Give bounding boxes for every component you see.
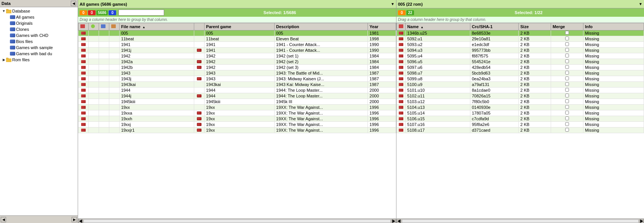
- right-table-row[interactable]: 5093.u2 e1edc3df 2 KB Missing: [397, 42, 644, 48]
- middle-table-row[interactable]: 19xxjr1 19xx 19XX: The War Against... 19…: [78, 127, 396, 133]
- middle-table-row[interactable]: 11beat 11beat Eleven Beat 1998: [78, 36, 396, 42]
- middle-table-row[interactable]: 19xx 19xx 19XX: The War Against... 1996: [78, 105, 396, 110]
- right-scroll-area[interactable]: ◀ ▶: [396, 218, 644, 223]
- hscrollbar-right[interactable]: [402, 219, 639, 223]
- hscrollbar-middle[interactable]: [83, 219, 391, 223]
- merge-checkbox[interactable]: [565, 76, 569, 80]
- middle-table-row[interactable]: 19xxj 19xx 19XX: The War Against... 1996: [78, 122, 396, 127]
- middle-table-row[interactable]: 1942a 1942 1942 (set 2) 1984: [78, 59, 396, 65]
- right-table-row[interactable]: 5094.u3 995773bb 2 KB Missing: [397, 48, 644, 53]
- badge-green-right: 22: [406, 10, 414, 15]
- merge-checkbox[interactable]: [565, 71, 569, 75]
- merge-checkbox[interactable]: [565, 48, 569, 52]
- right-table-row[interactable]: 5106.u15 c7cdfa9d 2 KB Missing: [397, 116, 644, 122]
- right-table-row[interactable]: 5096.u5 5545241e 2 KB Missing: [397, 59, 644, 65]
- middle-table-row[interactable]: 1942b 1942 1942 (set 3) 1984: [78, 65, 396, 70]
- scroll-right-right[interactable]: ▶: [639, 219, 644, 223]
- col-header-icon2-middle[interactable]: [88, 23, 99, 30]
- right-table-row[interactable]: 5097.u6 428edb54 2 KB Missing: [397, 65, 644, 70]
- right-panel-collapse[interactable]: ▼: [639, 2, 642, 6]
- right-table-row[interactable]: 5102.u11 70826a15 2 KB Missing: [397, 93, 644, 99]
- col-header-desc[interactable]: Description: [275, 23, 368, 30]
- right-table-row[interactable]: 5104.u13 0140930e 2 KB Missing: [397, 105, 644, 110]
- pin-button[interactable]: ◀: [71, 1, 76, 6]
- col-header-crc[interactable]: Crc/SHA-1: [470, 23, 519, 30]
- scroll-left-middle[interactable]: ◀: [78, 219, 83, 223]
- merge-checkbox[interactable]: [565, 128, 569, 132]
- merge-checkbox[interactable]: [565, 65, 569, 69]
- right-table-row[interactable]: 5099.u8 0ea24ba3 2 KB Missing: [397, 76, 644, 82]
- middle-table-row[interactable]: 1943 1943 1943: The Battle of Mid... 198…: [78, 70, 396, 76]
- middle-table-row[interactable]: 1945kiii 1945kiii 1945k III 2000: [78, 99, 396, 105]
- col-header-icon-right[interactable]: [397, 23, 406, 30]
- scroll-right-btn[interactable]: ▶: [72, 217, 77, 222]
- merge-checkbox[interactable]: [565, 111, 569, 115]
- scroll-left-btn[interactable]: ◀: [1, 217, 6, 222]
- middle-table-container[interactable]: File name ▲ Parent game Description Year…: [78, 23, 396, 218]
- middle-scroll-area[interactable]: ◀ ▶: [78, 218, 396, 223]
- middle-table-row[interactable]: 1944 1944 1944: The Loop Master... 2000: [78, 88, 396, 93]
- merge-checkbox[interactable]: [565, 54, 569, 57]
- col-header-icon3-middle[interactable]: [99, 23, 109, 30]
- merge-checkbox[interactable]: [565, 31, 569, 35]
- middle-table-row[interactable]: 1941 1941 1941 - Counter Attack... 1990: [78, 42, 396, 48]
- right-table-row[interactable]: 5101.u10 8a1cdae0 2 KB Missing: [397, 88, 644, 93]
- tree-item-gameswithbaddu[interactable]: Games with bad du: [1, 51, 77, 57]
- merge-checkbox[interactable]: [565, 122, 569, 126]
- col-header-name-right[interactable]: Name ▲: [406, 23, 470, 30]
- search-input-middle[interactable]: [118, 10, 164, 16]
- middle-table-row[interactable]: 1944j 1944 1944: The Loop Master... 2000: [78, 93, 396, 99]
- right-table-row[interactable]: 5098.u7 5bcb9d63 2 KB Missing: [397, 70, 644, 76]
- tree-item-originals[interactable]: Originals: [1, 20, 77, 26]
- col-header-icon4-middle[interactable]: [109, 23, 119, 30]
- middle-table-row[interactable]: 005 005 005 1981: [78, 30, 396, 36]
- col-header-merge[interactable]: Merge: [551, 23, 583, 30]
- row-desc: 1942 (set 3): [275, 65, 368, 70]
- middle-table-row[interactable]: 19xxh 19xx 19XX: The War Against... 1996: [78, 116, 396, 122]
- right-table-row[interactable]: 5103.u12 7f80c5b0 2 KB Missing: [397, 99, 644, 105]
- merge-checkbox[interactable]: [565, 88, 569, 92]
- middle-table-row[interactable]: 1943j 1943 1943: Midway Kaisen (J... 198…: [78, 76, 396, 82]
- col-header-year[interactable]: Year: [368, 23, 396, 30]
- tree-item-database[interactable]: ▼ Database: [1, 8, 77, 14]
- tree-item-gameswithsample[interactable]: Games with sample: [1, 45, 77, 51]
- right-table-container[interactable]: Name ▲ Crc/SHA-1 Size Merge Info 1346b.u…: [396, 23, 644, 218]
- merge-checkbox[interactable]: [565, 59, 569, 63]
- merge-checkbox[interactable]: [565, 94, 569, 97]
- right-table-row[interactable]: 5095.u4 f887f575 2 KB Missing: [397, 53, 644, 59]
- col-header-info[interactable]: Info: [583, 23, 644, 30]
- merge-checkbox[interactable]: [565, 37, 569, 40]
- merge-checkbox[interactable]: [565, 42, 569, 46]
- row-icon4-cell: [109, 65, 119, 70]
- right-table-row[interactable]: 5092.u1 29e10a81 2 KB Missing: [397, 36, 644, 42]
- merge-checkbox[interactable]: [565, 116, 569, 120]
- middle-table-row[interactable]: 1941j 1941 1941 - Counter Attack... 1990: [78, 48, 396, 53]
- middle-panel-collapse[interactable]: ▼: [391, 2, 395, 6]
- tree-item-biosfiles[interactable]: Bios files: [1, 38, 77, 45]
- col-header-size[interactable]: Size: [519, 23, 551, 30]
- tree-item-gameswithchd[interactable]: Games with CHD: [1, 32, 77, 38]
- right-table-row[interactable]: 5108.u17 d371caed 2 KB Missing: [397, 127, 644, 133]
- scroll-right-middle[interactable]: ▶: [392, 219, 396, 223]
- row-merge: [551, 82, 583, 88]
- right-table-row[interactable]: 1346b.u25 8e68533e 2 KB Missing: [397, 30, 644, 36]
- row-parent: 1944: [205, 93, 275, 99]
- merge-checkbox[interactable]: [565, 105, 569, 109]
- middle-table-row[interactable]: 1943kai 1943kai 1943 Kai: Midway Kaise..…: [78, 82, 396, 88]
- col-header-parent-icon[interactable]: [194, 23, 205, 30]
- merge-checkbox[interactable]: [565, 82, 569, 86]
- middle-table-row[interactable]: 1942 1942 1942 (set 1) 1984: [78, 53, 396, 59]
- col-header-filename[interactable]: File name ▲: [119, 23, 194, 30]
- col-header-icon-middle[interactable]: [78, 23, 89, 30]
- merge-checkbox[interactable]: [565, 99, 569, 103]
- scroll-left-right[interactable]: ◀: [396, 219, 401, 223]
- tree-item-romfiles[interactable]: ▶ Rom files: [1, 57, 77, 63]
- tree-item-allgames[interactable]: All games: [1, 14, 77, 20]
- tree-item-clones[interactable]: Clones: [1, 26, 77, 32]
- row-size: 2 KB: [519, 76, 551, 82]
- right-table-row[interactable]: 5107.u16 95f8a2e6 2 KB Missing: [397, 122, 644, 127]
- middle-table-row[interactable]: 19xxa 19xx 19XX: The War Against... 1996: [78, 110, 396, 116]
- right-table-row[interactable]: 5100.u9 a79af131 2 KB Missing: [397, 82, 644, 88]
- col-header-parent[interactable]: Parent game: [205, 23, 275, 30]
- right-table-row[interactable]: 5105.u14 17807a05 2 KB Missing: [397, 110, 644, 116]
